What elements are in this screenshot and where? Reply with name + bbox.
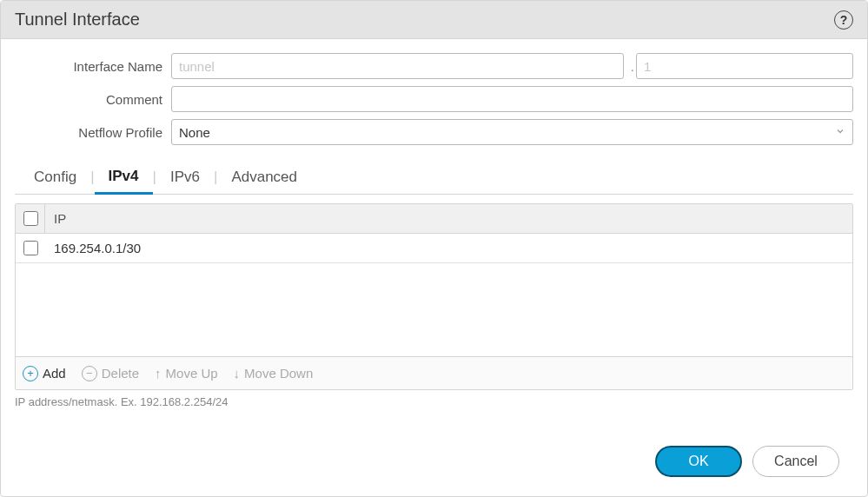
cancel-button[interactable]: Cancel xyxy=(752,446,839,477)
interface-name-label: Interface Name xyxy=(15,59,171,74)
hint-text: IP address/netmask. Ex. 192.168.2.254/24 xyxy=(15,395,853,408)
row-checkbox-cell xyxy=(16,234,45,262)
select-all-checkbox[interactable] xyxy=(23,211,38,226)
tab-ipv6[interactable]: IPv6 xyxy=(156,162,214,193)
interface-name-input[interactable] xyxy=(171,53,624,79)
table-row[interactable]: 169.254.0.1/30 xyxy=(16,234,852,263)
arrow-up-icon: ↑ xyxy=(155,366,162,381)
interface-separator-dot: . xyxy=(631,59,634,74)
tunnel-interface-dialog: Tunnel Interface ? Interface Name . Comm… xyxy=(0,0,868,497)
row-interface-name: Interface Name . xyxy=(15,53,853,79)
select-all-cell xyxy=(16,204,45,233)
move-down-button[interactable]: ↓ Move Down xyxy=(234,366,314,381)
ip-cell: 169.254.0.1/30 xyxy=(45,241,141,255)
move-up-label: Move Up xyxy=(166,366,218,381)
ip-table: IP 169.254.0.1/30 + Add − Delete xyxy=(15,203,853,390)
plus-icon: + xyxy=(23,366,38,381)
move-up-button[interactable]: ↑ Move Up xyxy=(155,366,218,381)
arrow-down-icon: ↓ xyxy=(234,366,241,381)
add-button[interactable]: + Add xyxy=(23,366,66,381)
chevron-down-icon xyxy=(835,126,845,139)
dialog-title: Tunnel Interface xyxy=(15,10,140,30)
dialog-body: Interface Name . Comment Netflow Profile… xyxy=(1,39,867,496)
delete-label: Delete xyxy=(102,366,139,381)
table-header-row: IP xyxy=(16,204,852,234)
delete-button[interactable]: − Delete xyxy=(82,366,139,381)
row-comment: Comment xyxy=(15,86,853,112)
move-down-label: Move Down xyxy=(244,366,313,381)
ok-button[interactable]: OK xyxy=(655,446,742,477)
tab-config[interactable]: Config xyxy=(20,162,90,193)
comment-input[interactable] xyxy=(171,86,853,112)
comment-label: Comment xyxy=(15,92,171,107)
table-toolbar: + Add − Delete ↑ Move Up ↓ Move Down xyxy=(16,356,852,389)
minus-icon: − xyxy=(82,366,97,381)
help-icon[interactable]: ? xyxy=(834,10,853,30)
tab-ipv4[interactable]: IPv4 xyxy=(95,161,153,195)
dialog-header: Tunnel Interface ? xyxy=(1,1,867,39)
row-checkbox[interactable] xyxy=(23,241,38,255)
row-netflow: Netflow Profile None xyxy=(15,119,853,145)
netflow-value: None xyxy=(179,125,210,140)
tab-advanced[interactable]: Advanced xyxy=(217,162,311,193)
interface-number-input[interactable] xyxy=(636,53,853,79)
netflow-select[interactable]: None xyxy=(171,119,853,145)
form-rows: Interface Name . Comment Netflow Profile… xyxy=(15,53,853,152)
netflow-label: Netflow Profile xyxy=(15,125,171,140)
tabs: Config | IPv4 | IPv6 | Advanced xyxy=(15,161,853,195)
dialog-footer: OK Cancel xyxy=(15,434,853,489)
ip-column-header: IP xyxy=(45,211,66,226)
add-label: Add xyxy=(43,366,66,381)
table-body: 169.254.0.1/30 xyxy=(16,234,852,356)
